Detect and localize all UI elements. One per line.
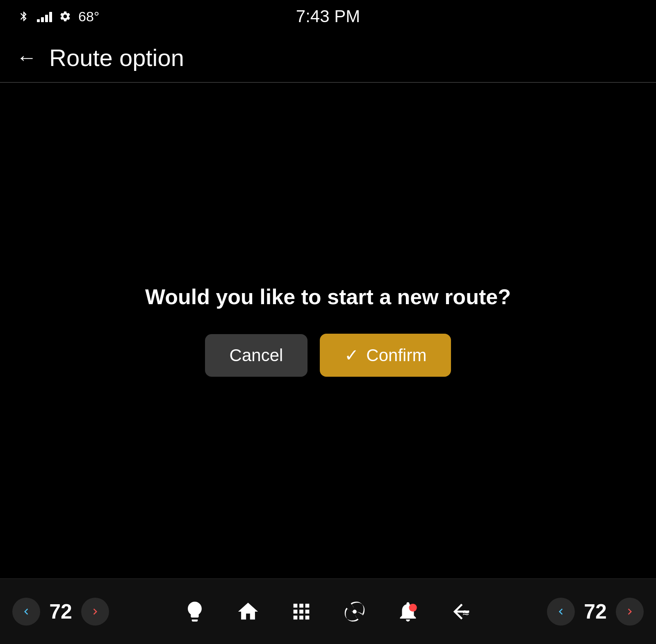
- status-time: 7:43 PM: [296, 7, 360, 26]
- settings-icon: [58, 9, 73, 24]
- dialog-buttons: Cancel ✓ Confirm: [205, 334, 451, 377]
- cancel-button[interactable]: Cancel: [205, 334, 308, 377]
- status-bar: 68° 7:43 PM: [0, 0, 656, 33]
- bottom-bar: 72: [0, 578, 656, 644]
- heat-icon[interactable]: [180, 597, 209, 626]
- svg-point-0: [409, 603, 417, 611]
- apps-icon[interactable]: [287, 597, 316, 626]
- right-temp-control: 72: [547, 598, 644, 626]
- fan-icon[interactable]: [340, 597, 369, 626]
- dialog-question: Would you like to start a new route?: [145, 284, 511, 309]
- bottom-nav-icons: ≋: [180, 597, 476, 626]
- status-bar-left: 68°: [16, 9, 99, 25]
- check-icon: ✓: [344, 345, 359, 365]
- left-temp-increase-button[interactable]: [81, 598, 109, 626]
- main-content: Would you like to start a new route? Can…: [0, 83, 656, 578]
- home-icon[interactable]: [234, 597, 262, 626]
- back-button[interactable]: ←: [16, 47, 37, 68]
- status-temperature: 68°: [78, 9, 99, 25]
- bluetooth-icon: [16, 9, 31, 24]
- left-temp-value: 72: [44, 600, 77, 624]
- page-title: Route option: [49, 44, 184, 71]
- svg-text:≋: ≋: [462, 607, 469, 617]
- confirm-button[interactable]: ✓ Confirm: [320, 334, 451, 377]
- right-temp-decrease-button[interactable]: [547, 598, 575, 626]
- right-temp-value: 72: [579, 600, 612, 624]
- notification-icon[interactable]: [394, 597, 422, 626]
- left-temp-control: 72: [12, 598, 109, 626]
- right-temp-increase-button[interactable]: [616, 598, 644, 626]
- rear-defrost-icon[interactable]: ≋: [447, 597, 476, 626]
- header: ← Route option: [0, 33, 656, 82]
- signal-icon: [37, 11, 52, 22]
- confirm-label: Confirm: [366, 346, 426, 365]
- left-temp-decrease-button[interactable]: [12, 598, 40, 626]
